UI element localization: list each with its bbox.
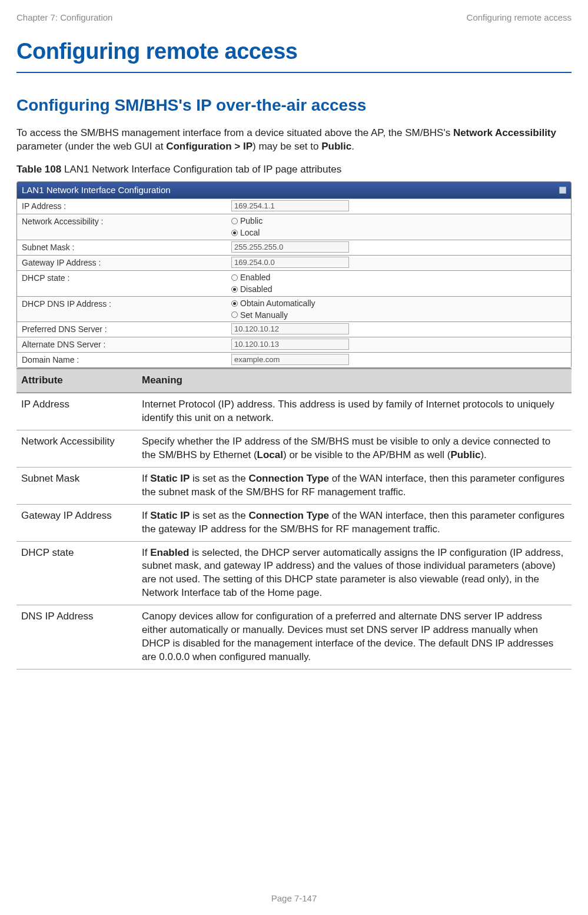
intro-paragraph: To access the SM/BHS management interfac… <box>16 127 572 154</box>
table-row: IP Address Internet Protocol (IP) addres… <box>16 393 572 430</box>
domain-name-label: Domain Name : <box>17 353 229 367</box>
radio-icon <box>231 286 238 293</box>
lan1-panel-title: LAN1 Network Interface Configuration <box>22 184 171 196</box>
alternate-dns-label: Alternate DNS Server : <box>17 337 229 352</box>
table-caption: Table 108 LAN1 Network Interface Configu… <box>16 163 572 177</box>
network-accessibility-local[interactable]: Local <box>231 227 569 238</box>
page-number: Page 7-147 <box>0 893 588 904</box>
lan1-config-panel: LAN1 Network Interface Configuration IP … <box>16 181 572 368</box>
radio-icon <box>231 300 238 307</box>
table-row: Gateway IP Address If Static IP is set a… <box>16 504 572 541</box>
network-accessibility-public[interactable]: Public <box>231 216 569 227</box>
table-row: DNS IP Address Canopy devices allow for … <box>16 605 572 669</box>
table-row: DHCP state If Enabled is selected, the D… <box>16 541 572 605</box>
chapter-label: Chapter 7: Configuration <box>16 12 112 24</box>
page-title: Configuring remote access <box>16 37 572 72</box>
panel-collapse-icon[interactable] <box>559 187 566 194</box>
section-title: Configuring SM/BHS's IP over-the-air acc… <box>16 94 572 117</box>
attributes-table: Attribute Meaning IP Address Internet Pr… <box>16 368 572 669</box>
preferred-dns-label: Preferred DNS Server : <box>17 322 229 337</box>
col-attribute: Attribute <box>16 369 137 393</box>
dhcp-state-label: DHCP state : <box>17 271 229 296</box>
ip-address-input[interactable] <box>231 200 349 211</box>
network-accessibility-label: Network Accessibility : <box>17 214 229 240</box>
dns-obtain-auto[interactable]: Obtain Automatically <box>231 298 569 309</box>
alternate-dns-input[interactable] <box>231 339 349 350</box>
dhcp-state-enabled[interactable]: Enabled <box>231 272 569 283</box>
gateway-ip-label: Gateway IP Address : <box>17 256 229 270</box>
ip-address-label: IP Address : <box>17 199 229 214</box>
preferred-dns-input[interactable] <box>231 323 349 334</box>
subnet-mask-label: Subnet Mask : <box>17 240 229 255</box>
domain-name-input[interactable] <box>231 354 349 365</box>
radio-icon <box>231 311 238 318</box>
subnet-mask-input[interactable] <box>231 241 349 253</box>
radio-icon <box>231 274 238 281</box>
dns-set-manually[interactable]: Set Manually <box>231 310 569 321</box>
header-section-label: Configuring remote access <box>467 12 572 24</box>
radio-icon <box>231 218 238 224</box>
table-row: Network Accessibility Specify whether th… <box>16 430 572 467</box>
radio-icon <box>231 230 238 236</box>
col-meaning: Meaning <box>137 369 572 393</box>
dhcp-dns-label: DHCP DNS IP Address : <box>17 297 229 322</box>
gateway-ip-input[interactable] <box>231 257 349 268</box>
dhcp-state-disabled[interactable]: Disabled <box>231 284 569 295</box>
table-row: Subnet Mask If Static IP is set as the C… <box>16 467 572 504</box>
